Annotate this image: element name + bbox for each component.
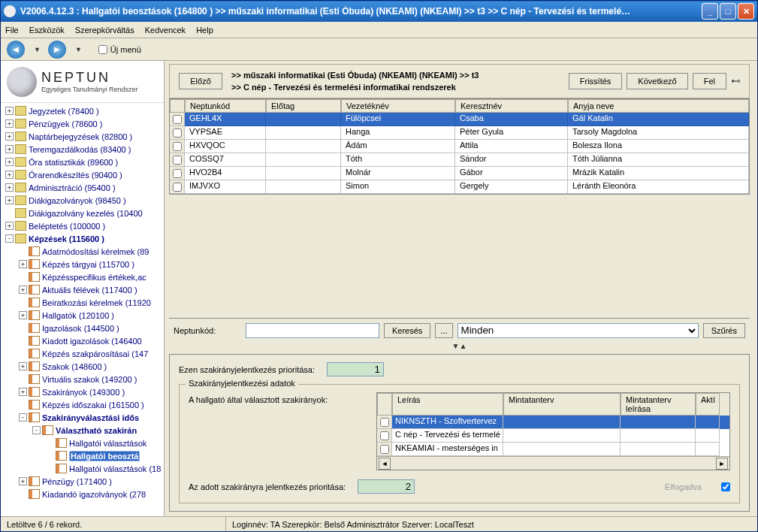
expand-icon[interactable]: + (5, 183, 14, 192)
fel-button[interactable]: Fel (693, 73, 726, 89)
row-checkbox[interactable] (173, 142, 182, 151)
menu-kedvencek[interactable]: Kedvencek (145, 26, 186, 35)
expand-icon[interactable]: - (5, 234, 14, 243)
scroll-right-icon[interactable]: ► (716, 458, 728, 470)
row-checkbox-cell[interactable] (170, 153, 185, 167)
grid-header-anyjaneve[interactable]: Anyja neve (568, 99, 749, 113)
kovetkezo-button[interactable]: Következő (627, 73, 687, 89)
tree-node[interactable]: +Jegyzetek (78400 ) (2, 104, 164, 117)
tree-node[interactable]: Adatmódosítási kérelmek (89 (2, 245, 164, 258)
forward-dropdown-icon[interactable]: ▼ (75, 46, 82, 53)
tree-node[interactable]: +Óra statisztikák (89600 ) (2, 156, 164, 168)
expand-icon[interactable]: + (5, 132, 14, 141)
nav-tree[interactable]: +Jegyzetek (78400 )+Pénzügyek (78600 )+N… (1, 103, 164, 516)
tree-node[interactable]: Kiadandó igazolványok (278 (2, 488, 164, 500)
spec-scrollbar[interactable]: ◄ ► (377, 456, 729, 470)
menu-help[interactable]: Help (196, 26, 213, 35)
tree-node[interactable]: -Szakirányválasztási idős (2, 411, 164, 424)
row-checkbox-cell[interactable] (170, 140, 185, 153)
expand-icon[interactable]: + (5, 107, 14, 115)
tree-node[interactable]: Igazolások (144500 ) (2, 322, 164, 334)
spec-row-checkbox[interactable] (380, 445, 389, 454)
expand-icon[interactable]: + (5, 222, 14, 230)
uj-menu-checkbox[interactable]: Új menü (98, 45, 141, 54)
tree-node[interactable]: +Szakok (148600 ) (2, 360, 164, 373)
search-input[interactable] (246, 323, 379, 338)
tree-node[interactable]: Képzésspecifikus értékek,ac (2, 271, 164, 283)
back-button[interactable]: ◄ (7, 41, 25, 59)
specgrid-header-checkbox[interactable] (377, 393, 392, 416)
tree-node[interactable]: +Képzés tárgyai (115700 ) (2, 258, 164, 271)
bottom-priority-input[interactable] (358, 479, 415, 494)
expand-icon[interactable]: + (19, 362, 27, 370)
row-checkbox[interactable] (173, 156, 182, 165)
expand-icon[interactable]: + (5, 158, 14, 166)
grid-header-keresztnev[interactable]: Keresztnév (455, 99, 568, 113)
row-checkbox-cell[interactable] (170, 113, 185, 126)
expand-icon[interactable]: + (19, 260, 27, 268)
ellipsis-button[interactable]: ... (435, 323, 452, 338)
tree-node[interactable]: +Beléptetés (100000 ) (2, 219, 164, 232)
specgrid-header-mt-leiras[interactable]: Mintatanterv leírása (621, 393, 696, 416)
spec-row-checkbox[interactable] (380, 418, 389, 427)
spec-row[interactable]: NKEAMIAI - mesterséges in (377, 443, 729, 456)
table-row[interactable]: GEHL4XFülöpcseiCsabaGál Katalin (170, 113, 749, 126)
maximize-button[interactable]: □ (720, 3, 736, 20)
expand-icon[interactable]: + (5, 145, 14, 153)
forward-button[interactable]: ► (48, 41, 66, 59)
row-checkbox[interactable] (173, 183, 182, 192)
tree-node[interactable]: Hallgatói választások (2, 437, 164, 449)
expand-icon[interactable]: + (5, 171, 14, 179)
grid-header-checkbox[interactable] (170, 99, 185, 113)
tree-node[interactable]: +Naptárbejegyzések (82800 ) (2, 130, 164, 143)
row-checkbox-cell[interactable] (170, 126, 185, 140)
menu-eszkozok[interactable]: Eszközök (29, 26, 65, 35)
specgrid-header-leiras[interactable]: Leírás (392, 393, 503, 416)
spec-row-checkbox-cell[interactable] (377, 443, 392, 456)
back-dropdown-icon[interactable]: ▼ (34, 46, 41, 53)
specgrid-header-akti[interactable]: Aktí (696, 393, 720, 416)
row-checkbox[interactable] (173, 128, 182, 138)
grid-header-neptunkod[interactable]: Neptunkód (185, 99, 266, 113)
tree-node[interactable]: Virtuális szakok (149200 ) (2, 373, 164, 385)
tree-node[interactable]: Kiadott igazolások (146400 (2, 334, 164, 347)
tree-node[interactable]: +Pénzügy (171400 ) (2, 475, 164, 488)
spec-row[interactable]: C nép - Tervezési és termelé (377, 429, 729, 443)
tree-node[interactable]: +Adminisztráció (95400 ) (2, 181, 164, 194)
row-checkbox[interactable] (173, 115, 182, 124)
expand-icon[interactable]: - (19, 413, 27, 422)
tree-node[interactable]: +Diákigazolványok (98450 ) (2, 194, 164, 207)
tree-node[interactable]: Diákigazolvány kezelés (10400 (2, 207, 164, 219)
expand-icon[interactable]: + (19, 311, 27, 319)
expand-icon[interactable]: + (5, 196, 14, 204)
elozo-button[interactable]: Előző (179, 73, 222, 89)
tree-node[interactable]: +Hallgatók (120100 ) (2, 309, 164, 322)
tree-node[interactable]: Hallgatói választások (18 (2, 462, 164, 475)
menu-file[interactable]: File (5, 26, 19, 35)
expand-icon[interactable]: + (19, 388, 27, 396)
tree-node[interactable]: +Pénzügyek (78600 ) (2, 117, 164, 130)
spec-row-checkbox-cell[interactable] (377, 416, 392, 429)
splitter-handle[interactable]: ▼▲ (169, 342, 750, 352)
row-checkbox[interactable] (173, 169, 182, 178)
close-button[interactable]: ✕ (738, 3, 754, 20)
frissites-button[interactable]: Frissítés (569, 73, 623, 89)
table-row[interactable]: HVO2B4MolnárGáborMrázik Katalin (170, 167, 749, 180)
grid-header-vezeteknev[interactable]: Vezetéknév (341, 99, 455, 113)
expand-icon[interactable]: - (32, 426, 41, 434)
elfogadva-checkbox[interactable] (721, 482, 730, 491)
spec-row[interactable]: NIKNSZTH - Szoftvertervez (377, 416, 729, 429)
expand-icon[interactable]: + (5, 119, 14, 128)
pin-icon[interactable]: ⊷ (731, 75, 743, 87)
row-checkbox-cell[interactable] (170, 167, 185, 180)
table-row[interactable]: HXVQOCÁdámAttilaBolesza Ilona (170, 140, 749, 153)
tree-node[interactable]: Beiratkozási kérelmek (11920 (2, 296, 164, 309)
menu-szerepkorvaltas[interactable]: Szerepkörváltás (75, 26, 134, 35)
uj-menu-input[interactable] (98, 45, 107, 54)
filter-select[interactable]: Minden (458, 323, 699, 338)
scroll-left-icon[interactable]: ◄ (379, 458, 391, 470)
tree-node[interactable]: -Választható szakirán (2, 424, 164, 437)
expand-icon[interactable]: + (19, 477, 27, 485)
tree-node[interactable]: Képzés szakpárosításai (147 (2, 347, 164, 360)
table-row[interactable]: IMJVXOSimonGergelyLéránth Eleonóra (170, 180, 749, 194)
